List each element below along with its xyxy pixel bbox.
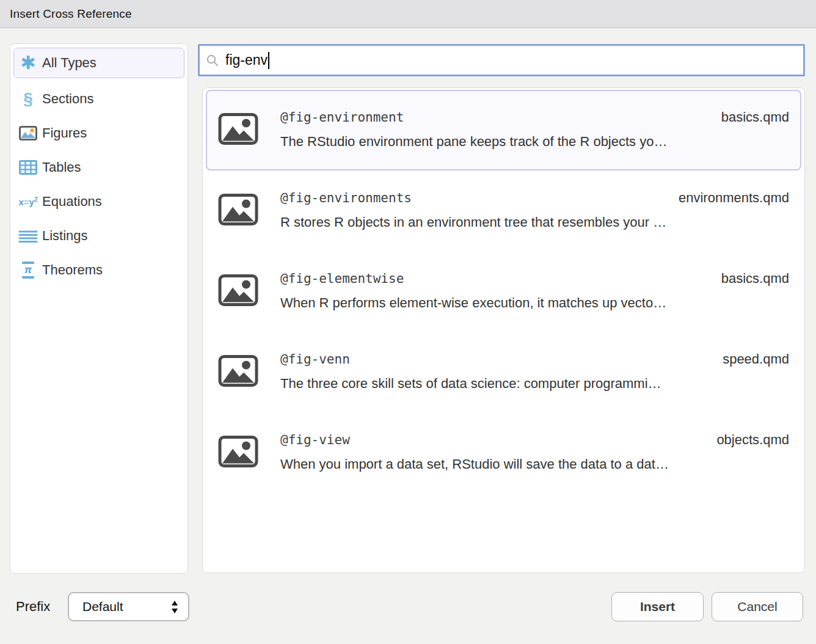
image-placeholder-icon [218,355,258,390]
result-id: @fig-environment [280,110,404,125]
text-cursor [268,52,269,69]
result-description: When R performs element-wise execution, … [280,295,789,311]
sidebar-item-label: Sections [42,91,93,107]
sidebar-item-label: Tables [42,159,81,175]
result-file: objects.qmd [716,432,789,448]
search-query-text: fig-env [225,52,268,68]
result-id: @fig-venn [280,352,350,367]
search-icon [206,54,219,67]
result-item[interactable]: @fig-view objects.qmd When you import a … [206,412,801,493]
sidebar-item-sections[interactable]: § Sections [14,82,184,116]
insert-button[interactable]: Insert [611,592,704,621]
result-file: speed.qmd [723,351,789,367]
dialog-titlebar: Insert Cross Reference [0,0,816,28]
result-item[interactable]: @fig-environment basics.qmd The RStudio … [206,90,801,170]
result-description: The RStudio environment pane keeps track… [280,134,789,150]
dialog-title: Insert Cross Reference [10,7,132,21]
sidebar-item-equations[interactable]: x=y2 Equations [14,185,184,219]
result-description: R stores R objects in an environment tre… [280,214,789,230]
prefix-dropdown[interactable]: Default [68,592,189,621]
equation-icon: x=y2 [14,196,42,207]
section-icon: § [14,90,42,108]
sidebar-item-listings[interactable]: Listings [14,219,184,253]
result-file: basics.qmd [721,271,789,287]
sidebar-item-label: Listings [42,228,88,244]
sidebar-item-label: Figures [42,125,87,141]
insert-cross-reference-dialog: Insert Cross Reference ✱ All Types § Sec… [0,0,816,644]
table-icon [14,160,42,175]
prefix-label: Prefix [16,599,50,615]
sidebar-item-label: Theorems [42,262,103,278]
sidebar-item-tables[interactable]: Tables [14,150,184,185]
result-item[interactable]: @fig-venn speed.qmd The three core skill… [206,332,801,412]
image-placeholder-icon [218,194,258,229]
sidebar-item-figures[interactable]: Figures [14,116,184,150]
sidebar-item-all-types[interactable]: ✱ All Types [13,48,184,78]
result-file: basics.qmd [721,109,789,125]
result-item[interactable]: @fig-elementwise basics.qmd When R perfo… [206,251,801,332]
theorem-icon: π [14,262,42,279]
search-input[interactable]: fig-env [198,44,805,76]
figure-icon [14,126,42,141]
result-item[interactable]: @fig-environments environments.qmd R sto… [206,170,801,251]
image-placeholder-icon [218,113,258,148]
cancel-button[interactable]: Cancel [712,592,803,621]
result-id: @fig-view [280,433,350,447]
image-placeholder-icon [218,274,258,309]
sidebar-item-label: All Types [42,55,97,71]
asterisk-icon: ✱ [14,54,42,72]
image-placeholder-icon [218,436,258,470]
result-description: When you import a data set, RStudio will… [280,456,789,472]
dropdown-arrows-icon [171,601,178,613]
result-id: @fig-elementwise [280,271,404,286]
type-filter-sidebar: ✱ All Types § Sections Figures [10,43,188,574]
prefix-dropdown-value: Default [82,599,171,614]
listing-icon [14,229,42,243]
sidebar-item-theorems[interactable]: π Theorems [14,253,184,287]
sidebar-item-label: Equations [42,194,102,210]
result-description: The three core skill sets of data scienc… [280,376,789,392]
result-file: environments.qmd [679,190,789,206]
cross-reference-results-list: @fig-environment basics.qmd The RStudio … [202,87,805,573]
result-id: @fig-environments [280,191,412,205]
